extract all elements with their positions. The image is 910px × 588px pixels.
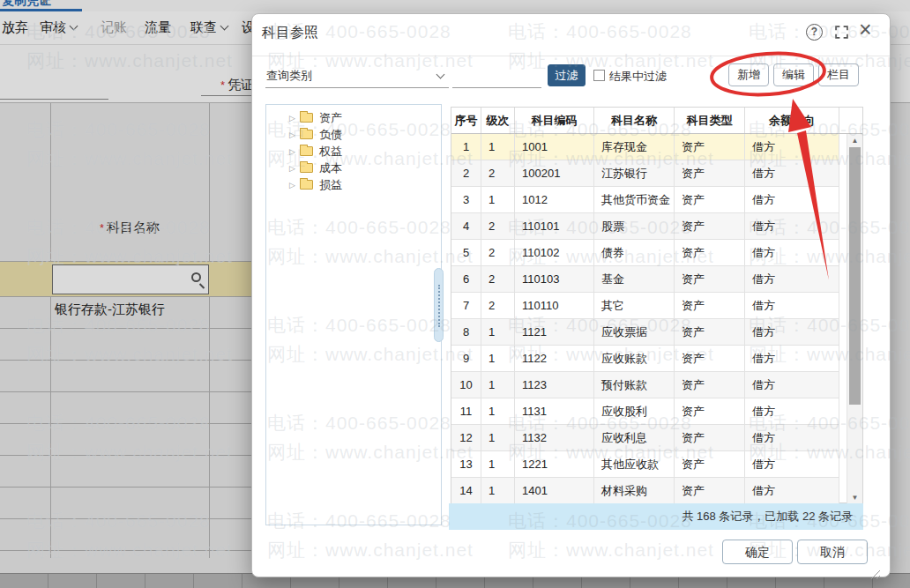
column-header: 余额方向 bbox=[745, 108, 839, 133]
table-cell: 借方 bbox=[745, 134, 839, 160]
table-cell: 应收股利 bbox=[594, 398, 675, 424]
table-cell: 资产 bbox=[675, 478, 745, 503]
table-cell: 借方 bbox=[745, 187, 839, 212]
tree-item-label: 负债 bbox=[319, 127, 342, 143]
resize-grip-icon[interactable] bbox=[869, 568, 880, 579]
subject-category-tree: ▷资产▷负债▷权益▷成本▷损益 bbox=[265, 104, 442, 525]
edit-button[interactable]: 编辑 bbox=[773, 63, 814, 86]
query-category-select[interactable]: 查询类别 bbox=[265, 64, 449, 88]
table-cell: 借方 bbox=[745, 398, 839, 424]
table-cell: 1 bbox=[481, 451, 515, 477]
table-cell: 资产 bbox=[675, 213, 745, 239]
table-cell: 5 bbox=[451, 240, 481, 265]
table-cell: 应收票据 bbox=[594, 319, 675, 345]
table-cell: 资产 bbox=[675, 372, 745, 398]
table-cell: 借方 bbox=[745, 319, 839, 345]
filter-button[interactable]: 过滤 bbox=[548, 64, 586, 86]
table-cell: 1 bbox=[481, 319, 515, 345]
close-icon[interactable]: × bbox=[859, 17, 872, 41]
table-cell: 100201 bbox=[515, 160, 594, 186]
table-row[interactable]: 111001库存现金资产借方 bbox=[451, 134, 839, 160]
cancel-button[interactable]: 取消 bbox=[797, 540, 868, 564]
tree-item-1[interactable]: ▷资产 bbox=[266, 109, 441, 126]
scrollbar-thumb[interactable] bbox=[849, 147, 861, 405]
folder-icon bbox=[300, 163, 313, 173]
expander-icon[interactable]: ▷ bbox=[289, 181, 300, 190]
tree-item-label: 成本 bbox=[319, 160, 342, 176]
table-header-row: 序号级次科目编码科目名称科目类型余额方向 bbox=[451, 108, 862, 134]
panel-splitter-handle[interactable] bbox=[434, 268, 444, 342]
table-cell: 110110 bbox=[515, 293, 594, 318]
table-cell: 借方 bbox=[745, 293, 839, 318]
table-row[interactable]: 811121应收票据资产借方 bbox=[451, 319, 839, 346]
table-cell: 资产 bbox=[675, 425, 745, 450]
table-cell: 6 bbox=[451, 266, 481, 292]
expander-icon[interactable]: ▷ bbox=[289, 130, 300, 139]
table-row[interactable]: 1111131应收股利资产借方 bbox=[451, 398, 839, 425]
table-cell: 借方 bbox=[745, 346, 839, 371]
table-cell: 1132 bbox=[515, 425, 594, 450]
tree-item-4[interactable]: ▷成本 bbox=[266, 160, 441, 176]
table-row[interactable]: 52110102债券资产借方 bbox=[451, 240, 839, 266]
splitter-grip-icon bbox=[438, 285, 440, 327]
expander-icon[interactable]: ▷ bbox=[289, 114, 300, 123]
table-row[interactable]: 72110110其它资产借方 bbox=[451, 293, 839, 319]
table-row[interactable]: 1311221其他应收款资产借方 bbox=[451, 451, 839, 478]
table-cell: 预付账款 bbox=[594, 372, 675, 398]
tree-item-5[interactable]: ▷损益 bbox=[266, 176, 441, 193]
table-cell: 借方 bbox=[745, 160, 839, 186]
table-cell: 借方 bbox=[745, 266, 839, 292]
table-cell: 9 bbox=[451, 346, 481, 371]
scroll-up-icon[interactable]: ▲ bbox=[847, 134, 862, 147]
chevron-down-icon bbox=[436, 71, 445, 79]
table-cell: 2 bbox=[451, 160, 481, 186]
table-cell: 1 bbox=[481, 398, 515, 424]
table-row[interactable]: 911122应收账款资产借方 bbox=[451, 346, 839, 372]
table-cell: 应收利息 bbox=[594, 425, 675, 450]
columns-button[interactable]: 栏目 bbox=[818, 63, 859, 86]
table-cell: 1 bbox=[481, 425, 515, 450]
table-cell: 110103 bbox=[515, 266, 594, 292]
vertical-scrollbar[interactable]: ▲ ▼ bbox=[847, 134, 862, 504]
table-cell: 1 bbox=[481, 372, 515, 398]
ok-button[interactable]: 确定 bbox=[722, 540, 793, 564]
table-body: 111001库存现金资产借方22100201江苏银行资产借方311012其他货币… bbox=[451, 134, 839, 504]
table-cell: 13 bbox=[451, 451, 481, 477]
query-category-value: 查询类别 bbox=[266, 68, 312, 84]
table-row[interactable]: 1411401材料采购资产借方 bbox=[451, 478, 839, 504]
table-cell: 资产 bbox=[675, 319, 745, 345]
filter-input[interactable] bbox=[452, 64, 541, 88]
table-cell: 其他应收款 bbox=[594, 451, 675, 477]
folder-icon bbox=[300, 146, 313, 156]
table-cell: 借方 bbox=[745, 478, 839, 503]
table-cell: 借方 bbox=[745, 425, 839, 450]
dialog-title: 科目参照 bbox=[262, 24, 318, 42]
filter-in-results-checkbox[interactable] bbox=[593, 70, 605, 81]
table-cell: 借方 bbox=[745, 451, 839, 477]
table-row[interactable]: 311012其他货币资金资产借方 bbox=[451, 187, 839, 213]
table-row[interactable]: 62110103基金资产借方 bbox=[451, 266, 839, 293]
table-cell: 1 bbox=[481, 187, 515, 212]
expander-icon[interactable]: ▷ bbox=[289, 147, 300, 156]
expander-icon[interactable]: ▷ bbox=[289, 164, 300, 173]
table-row[interactable]: 22100201江苏银行资产借方 bbox=[451, 160, 839, 187]
table-row[interactable]: 1011123预付账款资产借方 bbox=[451, 372, 839, 398]
table-cell: 2 bbox=[481, 293, 515, 318]
table-cell: 债券 bbox=[594, 240, 675, 265]
maximize-icon[interactable] bbox=[835, 26, 848, 42]
table-cell: 2 bbox=[481, 160, 515, 186]
table-cell: 资产 bbox=[675, 293, 745, 318]
scroll-down-icon[interactable]: ▼ bbox=[847, 491, 862, 504]
table-cell: 资产 bbox=[675, 187, 745, 212]
table-row[interactable]: 42110101股票资产借方 bbox=[451, 213, 839, 240]
table-cell: 基金 bbox=[594, 266, 675, 292]
tree-item-3[interactable]: ▷权益 bbox=[266, 143, 441, 160]
help-icon[interactable]: ? bbox=[806, 24, 823, 41]
table-row[interactable]: 1211132应收利息资产借方 bbox=[451, 425, 839, 451]
tree-item-label: 资产 bbox=[319, 110, 342, 126]
column-header: 科目编码 bbox=[515, 108, 594, 133]
add-button[interactable]: 新增 bbox=[728, 63, 769, 86]
table-cell: 1121 bbox=[515, 319, 594, 345]
tree-item-2[interactable]: ▷负债 bbox=[266, 126, 441, 143]
table-cell: 股票 bbox=[594, 213, 675, 239]
